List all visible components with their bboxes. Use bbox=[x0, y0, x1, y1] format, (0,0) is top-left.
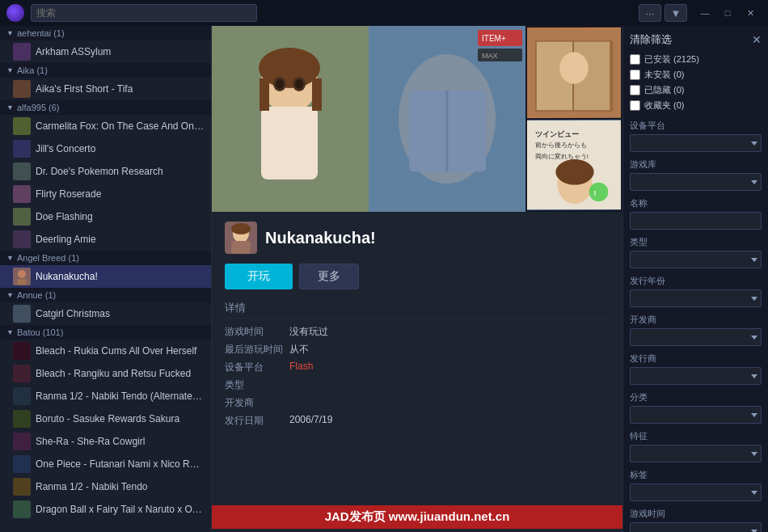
list-item[interactable]: Aika's First Short - Tifa bbox=[0, 78, 211, 100]
detail-row-type: 类型 bbox=[225, 378, 610, 392]
filter-publisher-label: 发行商 bbox=[630, 353, 762, 365]
game-thumb bbox=[13, 342, 31, 360]
installed-checkbox[interactable] bbox=[630, 54, 640, 65]
detail-row-playtime: 游戏时间 没有玩过 bbox=[225, 325, 610, 339]
detail-label: 开发商 bbox=[225, 396, 289, 410]
group-annue[interactable]: ▼ Annue (1) bbox=[0, 288, 211, 302]
svg-text:ツインビュー: ツインビュー bbox=[535, 130, 579, 138]
filter-close-button[interactable]: ✕ bbox=[752, 33, 762, 46]
filter-playtime-label: 游戏时间 bbox=[630, 508, 762, 520]
filter-platform-select[interactable] bbox=[630, 134, 762, 152]
list-item-selected[interactable]: Nukanakucha! bbox=[0, 265, 211, 288]
group-aehentai[interactable]: ▼ aehentai (1) bbox=[0, 26, 211, 40]
list-item[interactable]: Dr. Doe's Pokemon Research bbox=[0, 160, 211, 183]
filter-button[interactable]: ▼ bbox=[665, 4, 687, 22]
not-installed-label: 未安装 (0) bbox=[644, 69, 685, 81]
filter-developer: 开发商 bbox=[630, 314, 762, 346]
platform-link[interactable]: Flash bbox=[289, 361, 313, 374]
list-item[interactable]: Dragon Ball x Fairy Tail x Naruto x One.… bbox=[0, 498, 211, 521]
maximize-button[interactable]: □ bbox=[716, 4, 739, 22]
list-item[interactable]: Boruto - Sasuke Rewards Sakura bbox=[0, 407, 211, 430]
svg-point-11 bbox=[276, 79, 284, 89]
filter-library-select[interactable] bbox=[630, 173, 762, 191]
screenshot-thumb-1[interactable] bbox=[527, 27, 621, 118]
game-header: Nukanakucha! bbox=[225, 222, 610, 254]
search-input[interactable] bbox=[36, 7, 251, 19]
screenshot-thumb-2[interactable]: ツインビュー 前から後ろからも 両向に変れちゃう! ! bbox=[527, 120, 621, 210]
svg-text:MAX: MAX bbox=[482, 52, 498, 60]
list-item[interactable]: Doe Flashing bbox=[0, 205, 211, 228]
menu-button[interactable]: ··· bbox=[639, 4, 661, 22]
detail-label: 最后游玩时间 bbox=[225, 343, 289, 357]
filter-type-label: 类型 bbox=[630, 236, 762, 248]
svg-point-27 bbox=[559, 52, 588, 83]
minimize-button[interactable]: — bbox=[694, 4, 716, 22]
filter-year-select[interactable] bbox=[630, 289, 762, 307]
filter-playtime-select[interactable] bbox=[630, 522, 762, 532]
list-item[interactable]: She-Ra - She-Ra Cowgirl bbox=[0, 430, 211, 453]
filter-year-label: 发行年份 bbox=[630, 275, 762, 287]
svg-rect-1 bbox=[17, 279, 27, 285]
filter-type-select[interactable] bbox=[630, 251, 762, 268]
list-item[interactable]: Bleach - Rangiku and Retsu Fucked bbox=[0, 362, 211, 385]
app-logo bbox=[6, 4, 24, 22]
list-item[interactable]: Arkham ASSylum bbox=[0, 40, 211, 63]
list-item[interactable]: Deerling Amie bbox=[0, 228, 211, 251]
item-name: Carmelita Fox: On The Case And On You... bbox=[36, 120, 205, 132]
filter-developer-select[interactable] bbox=[630, 328, 762, 346]
close-button[interactable]: ✕ bbox=[739, 4, 762, 22]
not-installed-checkbox[interactable] bbox=[630, 70, 640, 80]
thumb1-img bbox=[527, 27, 621, 118]
group-aika[interactable]: ▼ Aika (1) bbox=[0, 63, 211, 78]
filter-cb-installed: 已安装 (2125) bbox=[630, 53, 762, 65]
filter-platform: 设备平台 bbox=[630, 120, 762, 152]
filter-publisher-select[interactable] bbox=[630, 367, 762, 385]
game-thumb bbox=[13, 500, 31, 518]
filter-title: 清除筛选 ✕ bbox=[630, 32, 762, 47]
item-name: Catgirl Christmas bbox=[36, 308, 205, 319]
filter-category-select[interactable] bbox=[630, 406, 762, 424]
item-name: Nukanakucha! bbox=[36, 271, 205, 282]
list-item[interactable]: Ranma 1/2 - Nabiki Tendo (Alternate V... bbox=[0, 385, 211, 407]
filter-tag: 标签 bbox=[630, 469, 762, 501]
filter-developer-label: 开发商 bbox=[630, 314, 762, 326]
sidebar: ▼ aehentai (1) Arkham ASSylum ▼ Aika (1)… bbox=[0, 26, 212, 532]
group-angel-breed[interactable]: ▼ Angel Breed (1) bbox=[0, 251, 211, 265]
list-item[interactable]: One Piece - Futanari Nami x Nico Robin bbox=[0, 453, 211, 475]
item-name: Ranma 1/2 - Nabiki Tendo bbox=[36, 481, 205, 492]
svg-text:両向に変れちゃう!: 両向に変れちゃう! bbox=[535, 153, 589, 160]
list-item[interactable]: Flirty Roserade bbox=[0, 183, 211, 205]
svg-text:!: ! bbox=[594, 189, 597, 197]
filter-cb-collection: 收藏夹 (0) bbox=[630, 99, 762, 112]
filter-name: 名称 bbox=[630, 197, 762, 230]
list-item[interactable]: Jill's Concerto bbox=[0, 137, 211, 160]
group-arrow: ▼ bbox=[6, 29, 14, 37]
svg-text:ITEM+: ITEM+ bbox=[482, 34, 506, 43]
filter-feature-select[interactable] bbox=[630, 445, 762, 462]
main-screenshot-img: ITEM+ MAX bbox=[212, 26, 525, 212]
group-arrow: ▼ bbox=[6, 103, 14, 112]
thumb2-img: ツインビュー 前から後ろからも 両向に変れちゃう! ! bbox=[527, 120, 621, 210]
group-alfa995[interactable]: ▼ alfa995 (6) bbox=[0, 100, 211, 115]
game-thumb bbox=[13, 117, 31, 135]
item-name: Boruto - Sasuke Rewards Sakura bbox=[36, 413, 205, 424]
filter-name-input[interactable] bbox=[630, 212, 762, 230]
search-box[interactable] bbox=[31, 4, 257, 22]
hidden-checkbox[interactable] bbox=[630, 85, 640, 95]
list-item[interactable]: Catgirl Christmas bbox=[0, 302, 211, 325]
filter-playtime: 游戏时间 bbox=[630, 508, 762, 532]
item-name: Jill's Concerto bbox=[36, 143, 205, 154]
play-button[interactable]: 开玩 bbox=[225, 264, 293, 289]
list-item[interactable]: Ranma 1/2 - Nabiki Tendo bbox=[0, 475, 211, 498]
filter-tag-select[interactable] bbox=[630, 483, 762, 501]
list-item[interactable]: Bleach - Rukia Cums All Over Herself bbox=[0, 340, 211, 362]
group-batou[interactable]: ▼ Batou (101) bbox=[0, 325, 211, 340]
action-buttons: 开玩 更多 bbox=[225, 264, 610, 289]
more-button[interactable]: 更多 bbox=[299, 264, 359, 289]
filter-publisher: 发行商 bbox=[630, 353, 762, 385]
content-area: ITEM+ MAX bbox=[212, 26, 622, 532]
svg-point-35 bbox=[589, 183, 609, 202]
collection-checkbox[interactable] bbox=[630, 100, 640, 111]
filter-category-label: 分类 bbox=[630, 391, 762, 403]
list-item[interactable]: Carmelita Fox: On The Case And On You... bbox=[0, 115, 211, 137]
